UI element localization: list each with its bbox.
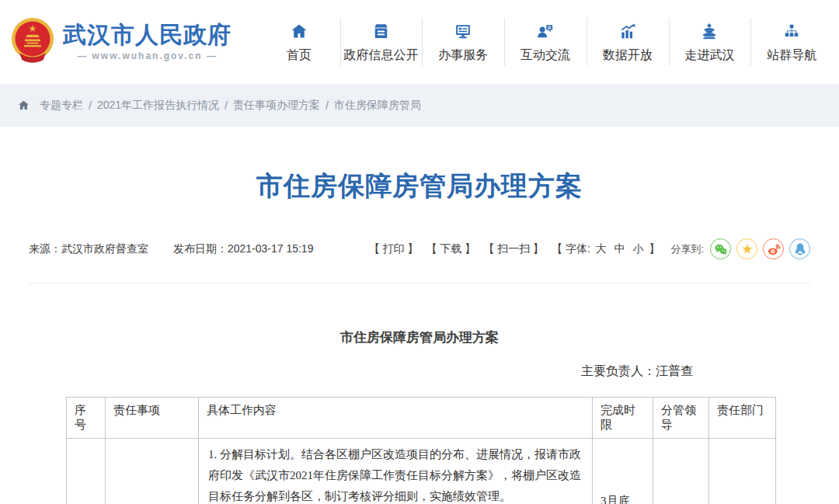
nav-item-services[interactable]: 办事服务 (422, 16, 504, 68)
sitemap-icon (782, 20, 802, 41)
date-label: 发布日期： (173, 242, 228, 255)
main-nav: 首页 政府信息公开 办事服务 互动交流 数据开放 (258, 0, 833, 84)
column-header-responsibility: 责任事项 (106, 398, 199, 439)
services-monitor-icon (452, 20, 474, 41)
cell-department (709, 439, 776, 504)
column-header-work-content: 具体工作内容 (199, 398, 593, 439)
breadcrumb-separator: / (225, 99, 228, 112)
share-buttons (710, 238, 810, 259)
column-header-leader-in-charge: 分管领导 (653, 398, 709, 439)
font-size-group: 【 字体: 大 中 小 】 (552, 242, 660, 256)
weibo-share-icon[interactable] (763, 238, 784, 259)
breadcrumb: 专题专栏 / 2021年工作报告执行情况 / 责任事项办理方案 / 市住房保障房… (0, 84, 839, 127)
site-url: — www.wuhan.gov.cn — (63, 50, 232, 61)
responsibility-table: 序号 责任事项 具体工作内容 完成时限 分管领导 责任部门 1. 分解目标计划。… (66, 397, 776, 504)
table-header-row: 序号 责任事项 具体工作内容 完成时限 分管领导 责任部门 (67, 398, 776, 439)
date-value: 2021-03-17 15:19 (228, 242, 314, 255)
breadcrumb-item-current: 市住房保障房管局 (334, 99, 421, 113)
document-leader-line: 主要负责人：汪普查 (66, 363, 775, 380)
document-title: 市住房保障房管局办理方案 (0, 328, 839, 346)
site-header: 武汉市人民政府 — www.wuhan.gov.cn — 首页 政府信息公开 办… (0, 0, 839, 84)
article-source: 来源：武汉市政府督查室 (29, 242, 148, 255)
font-size-medium-button[interactable]: 中 (614, 242, 625, 255)
nav-label: 政府信息公开 (344, 47, 419, 64)
print-button[interactable]: 【 打印 】 (369, 242, 419, 256)
interaction-chat-icon (534, 20, 556, 41)
qzone-share-icon[interactable] (736, 238, 757, 259)
nav-label: 办事服务 (438, 47, 488, 64)
download-button[interactable]: 【 下载 】 (426, 242, 475, 256)
wechat-share-icon[interactable] (710, 238, 731, 259)
column-header-deadline: 完成时限 (593, 398, 653, 439)
column-header-department: 责任部门 (709, 398, 776, 439)
column-header-index: 序号 (67, 398, 106, 439)
article-toolbar: 【 打印 】 【 下载 】 【 扫一扫 】 【 字体: 大 中 小 】 分享到: (361, 238, 810, 259)
pagoda-icon (698, 20, 720, 41)
qq-share-icon[interactable] (789, 238, 810, 259)
share-label: 分享到: (670, 242, 704, 256)
cell-leader-in-charge (653, 439, 709, 504)
site-logo[interactable]: 武汉市人民政府 — www.wuhan.gov.cn — (9, 16, 258, 68)
nav-label: 数据开放 (603, 47, 653, 64)
national-emblem-icon (9, 16, 56, 68)
page-title: 市住房保障房管局办理方案 (0, 169, 839, 204)
section-divider (29, 283, 810, 283)
breadcrumb-separator: / (326, 99, 329, 112)
cell-index (67, 439, 106, 504)
article-meta: 来源：武汉市政府督查室 发布日期：2021-03-17 15:19 (29, 242, 313, 256)
source-value: 武汉市政府督查室 (61, 242, 148, 255)
nav-item-open-data[interactable]: 数据开放 (587, 16, 669, 68)
cell-work-content: 1. 分解目标计划。结合各区棚户区改造项目的分布、进展情况，报请市政府印发《武汉… (199, 439, 593, 504)
scan-qr-button[interactable]: 【 扫一扫 】 (483, 242, 544, 256)
nav-label: 互动交流 (520, 47, 570, 64)
breadcrumb-trail: 专题专栏 / 2021年工作报告执行情况 / 责任事项办理方案 / 市住房保障房… (40, 99, 421, 113)
info-disclosure-icon (371, 20, 392, 41)
nav-item-interaction[interactable]: 互动交流 (504, 16, 587, 68)
table-row: 1. 分解目标计划。结合各区棚户区改造项目的分布、进展情况，报请市政府印发《武汉… (67, 439, 776, 504)
article-meta-row: 来源：武汉市政府督查室 发布日期：2021-03-17 15:19 【 打印 】… (29, 238, 810, 259)
breadcrumb-item-topics[interactable]: 专题专栏 (40, 99, 83, 113)
nav-label: 走进武汉 (684, 47, 734, 64)
home-icon (289, 20, 309, 41)
article-date: 发布日期：2021-03-17 15:19 (173, 242, 314, 255)
cell-deadline: 3月底 (593, 439, 653, 504)
site-title-block: 武汉市人民政府 — www.wuhan.gov.cn — (63, 23, 232, 61)
data-chart-icon (617, 20, 639, 41)
font-size-label: 【 字体: (552, 242, 590, 255)
breadcrumb-separator: / (89, 99, 92, 112)
work-content-paragraph: 1. 分解目标计划。结合各区棚户区改造项目的分布、进展情况，报请市政府印发《武汉… (208, 444, 583, 504)
nav-item-home[interactable]: 首页 (258, 16, 340, 68)
source-label: 来源： (29, 242, 61, 255)
nav-item-info-disclosure[interactable]: 政府信息公开 (340, 16, 423, 68)
nav-label: 首页 (287, 47, 312, 64)
nav-item-site-navigation[interactable]: 站群导航 (750, 16, 833, 68)
breadcrumb-item-responsibility-plans[interactable]: 责任事项办理方案 (233, 99, 320, 113)
breadcrumb-item-report-2021[interactable]: 2021年工作报告执行情况 (97, 99, 219, 113)
font-size-small-button[interactable]: 小 (632, 242, 643, 255)
site-name: 武汉市人民政府 (63, 23, 232, 47)
breadcrumb-home-icon[interactable] (17, 99, 30, 112)
cell-responsibility (106, 439, 199, 504)
font-size-label-close: 】 (649, 242, 660, 255)
nav-label: 站群导航 (767, 47, 816, 64)
font-size-large-button[interactable]: 大 (596, 242, 607, 255)
nav-item-enter-wuhan[interactable]: 走进武汉 (669, 16, 751, 68)
